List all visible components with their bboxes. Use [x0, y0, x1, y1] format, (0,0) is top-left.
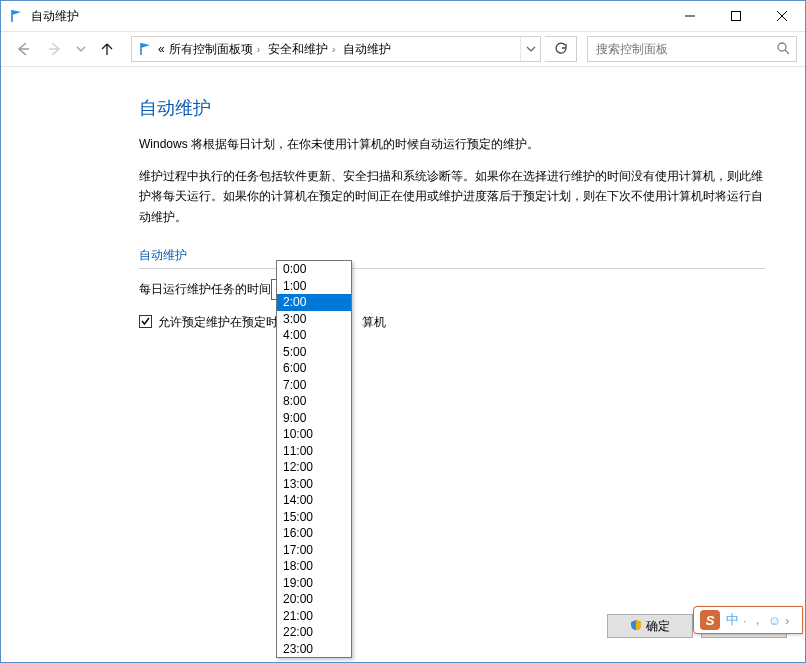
time-option[interactable]: 6:00	[277, 360, 351, 377]
time-option[interactable]: 18:00	[277, 558, 351, 575]
description-text: 维护过程中执行的任务包括软件更新、安全扫描和系统诊断等。如果你在选择进行维护的时…	[139, 166, 765, 227]
title-bar: 自动维护	[1, 1, 805, 31]
up-button[interactable]	[93, 35, 121, 63]
navigation-bar: « 所有控制面板项› 安全和维护› 自动维护	[1, 31, 805, 67]
address-bar[interactable]: « 所有控制面板项› 安全和维护› 自动维护	[131, 36, 541, 62]
wake-checkbox-label-tail: 算机	[362, 312, 386, 332]
time-option[interactable]: 13:00	[277, 476, 351, 493]
content-area: 自动维护 Windows 将根据每日计划，在你未使用计算机的时候自动运行预定的维…	[1, 67, 805, 332]
address-history-button[interactable]	[520, 37, 540, 61]
flag-icon	[9, 8, 25, 24]
time-option[interactable]: 11:00	[277, 443, 351, 460]
time-option[interactable]: 23:00	[277, 641, 351, 658]
forward-button[interactable]	[41, 35, 69, 63]
ime-toolbar[interactable]: S 中 · ， ☺ ›	[693, 606, 803, 634]
breadcrumb-prefix: «	[158, 42, 165, 56]
search-icon	[776, 41, 790, 58]
time-option[interactable]: 3:00	[277, 311, 351, 328]
divider	[139, 268, 765, 269]
time-option[interactable]: 8:00	[277, 393, 351, 410]
shield-icon	[630, 619, 642, 634]
breadcrumb-item[interactable]: 安全和维护›	[268, 41, 339, 58]
time-option[interactable]: 7:00	[277, 377, 351, 394]
breadcrumb-label: 所有控制面板项	[169, 41, 253, 58]
flag-icon	[138, 41, 154, 57]
back-button[interactable]	[9, 35, 37, 63]
time-option[interactable]: 4:00	[277, 327, 351, 344]
time-option[interactable]: 20:00	[277, 591, 351, 608]
ime-more-icon[interactable]: ›	[785, 613, 789, 628]
smile-icon[interactable]: ☺	[768, 613, 781, 628]
search-box[interactable]	[587, 36, 797, 62]
wake-checkbox[interactable]	[139, 315, 152, 328]
title-bar-left: 自动维护	[9, 8, 79, 25]
ime-mode[interactable]: 中	[726, 611, 739, 629]
ime-punct[interactable]: ，	[751, 611, 764, 629]
chevron-right-icon: ›	[332, 44, 335, 55]
time-option[interactable]: 12:00	[277, 459, 351, 476]
svg-point-1	[778, 43, 786, 51]
wake-checkbox-row: 允许预定维护在预定时 算机	[139, 312, 765, 332]
time-option[interactable]: 14:00	[277, 492, 351, 509]
breadcrumb-label: 安全和维护	[268, 41, 328, 58]
time-option[interactable]: 22:00	[277, 624, 351, 641]
time-option[interactable]: 5:00	[277, 344, 351, 361]
window-title: 自动维护	[31, 8, 79, 25]
search-input[interactable]	[594, 41, 764, 57]
svg-rect-0	[732, 12, 741, 21]
ok-button-label: 确定	[646, 618, 670, 635]
time-select-label: 每日运行维护任务的时间	[139, 279, 271, 299]
time-option[interactable]: 21:00	[277, 608, 351, 625]
time-option[interactable]: 19:00	[277, 575, 351, 592]
section-label: 自动维护	[139, 245, 765, 265]
time-select-row: 每日运行维护任务的时间 2:00	[139, 279, 765, 300]
time-option[interactable]: 15:00	[277, 509, 351, 526]
time-option[interactable]: 9:00	[277, 410, 351, 427]
breadcrumb-item[interactable]: 所有控制面板项›	[169, 41, 264, 58]
chevron-right-icon: ›	[257, 44, 260, 55]
ok-button[interactable]: 确定	[607, 614, 693, 638]
window-frame: 自动维护	[0, 0, 806, 663]
page-heading: 自动维护	[139, 93, 765, 124]
close-button[interactable]	[759, 1, 805, 31]
wake-checkbox-label: 允许预定维护在预定时	[158, 312, 278, 332]
time-option[interactable]: 1:00	[277, 278, 351, 295]
minimize-button[interactable]	[667, 1, 713, 31]
refresh-button[interactable]	[545, 36, 577, 62]
ime-status: 中 · ， ☺ ›	[726, 611, 789, 629]
ime-logo-icon: S	[700, 610, 720, 630]
time-select-dropdown-list[interactable]: 0:001:002:003:004:005:006:007:008:009:00…	[276, 260, 352, 658]
time-option[interactable]: 10:00	[277, 426, 351, 443]
window-button-group	[667, 1, 805, 31]
time-option[interactable]: 16:00	[277, 525, 351, 542]
breadcrumb-item[interactable]: 自动维护	[343, 41, 391, 58]
ime-separator: ·	[743, 613, 747, 628]
recent-dropdown-button[interactable]	[73, 35, 89, 63]
maximize-button[interactable]	[713, 1, 759, 31]
time-option[interactable]: 17:00	[277, 542, 351, 559]
description-text: Windows 将根据每日计划，在你未使用计算机的时候自动运行预定的维护。	[139, 134, 765, 154]
breadcrumb-label: 自动维护	[343, 41, 391, 58]
time-option[interactable]: 2:00	[277, 294, 351, 311]
time-option[interactable]: 0:00	[277, 261, 351, 278]
